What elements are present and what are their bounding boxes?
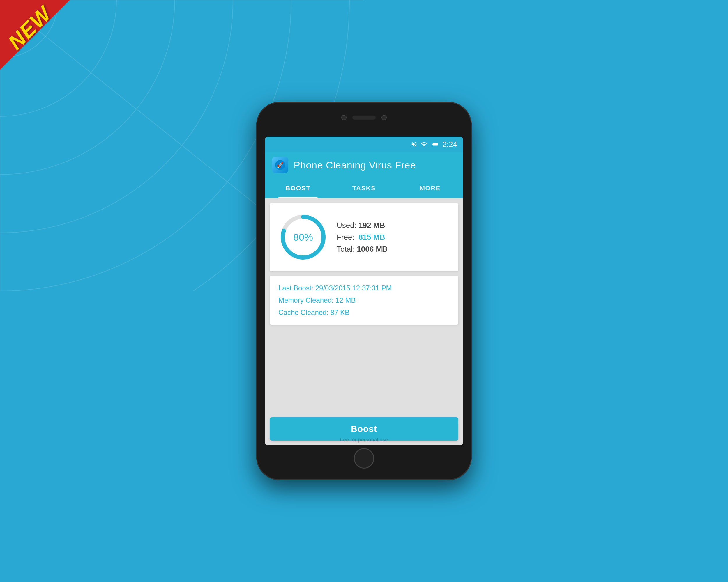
phone-camera <box>341 115 346 120</box>
memory-card: 80% Used: 192 MB Free: 815 MB Total: 100… <box>270 203 458 271</box>
content-area: 80% Used: 192 MB Free: 815 MB Total: 100… <box>265 198 463 445</box>
new-badge: NEW <box>0 0 76 76</box>
status-bar: 2:24 <box>265 137 463 152</box>
tab-boost[interactable]: BOOST <box>265 178 331 198</box>
svg-rect-15 <box>433 143 436 145</box>
total-value: 1006 MB <box>357 245 388 253</box>
tab-more[interactable]: MORE <box>397 178 463 198</box>
tab-tasks[interactable]: TASKS <box>331 178 397 198</box>
total-row: Total: 1006 MB <box>337 245 388 254</box>
svg-text:🚀: 🚀 <box>277 162 284 168</box>
memory-cleaned-row: Memory Cleaned: 12 MB <box>278 296 450 304</box>
phone-screen: 2:24 🚀 Phone Cleaning Virus Free BOOST <box>265 137 463 445</box>
total-label: Total: <box>337 245 357 253</box>
used-row: Used: 192 MB <box>337 221 388 230</box>
phone-speaker <box>353 115 375 119</box>
status-icons: 2:24 <box>411 140 457 149</box>
phone-device: 2:24 🚀 Phone Cleaning Virus Free BOOST <box>256 102 472 480</box>
phone-top-area <box>341 115 387 120</box>
phone-home-button[interactable] <box>354 448 374 469</box>
app-logo-icon: 🚀 <box>275 160 286 170</box>
mute-icon <box>411 141 417 147</box>
used-label: Used: <box>337 221 359 230</box>
wifi-icon <box>420 141 428 147</box>
used-value: 192 MB <box>359 221 385 230</box>
status-time: 2:24 <box>442 140 457 149</box>
app-title: Phone Cleaning Virus Free <box>293 160 416 171</box>
free-label: Free: <box>337 233 359 242</box>
last-boost-row: Last Boost: 29/03/2015 12:37:31 PM <box>278 284 450 292</box>
svg-rect-16 <box>437 144 438 145</box>
app-icon: 🚀 <box>272 157 288 173</box>
app-header: 🚀 Phone Cleaning Virus Free <box>265 152 463 178</box>
info-card: Last Boost: 29/03/2015 12:37:31 PM Memor… <box>270 276 458 325</box>
battery-icon <box>431 141 439 147</box>
memory-gauge: 80% <box>278 213 328 262</box>
watermark: free for personal use <box>340 437 388 443</box>
gauge-percent-text: 80% <box>293 232 313 243</box>
tabs-bar: BOOST TASKS MORE <box>265 178 463 198</box>
free-value: 815 MB <box>359 233 385 242</box>
free-row: Free: 815 MB <box>337 233 388 242</box>
phone-front-camera <box>382 115 387 120</box>
memory-info: Used: 192 MB Free: 815 MB Total: 1006 MB <box>337 221 388 254</box>
phone-outer: 2:24 🚀 Phone Cleaning Virus Free BOOST <box>256 102 472 480</box>
cache-cleaned-row: Cache Cleaned: 87 KB <box>278 308 450 316</box>
